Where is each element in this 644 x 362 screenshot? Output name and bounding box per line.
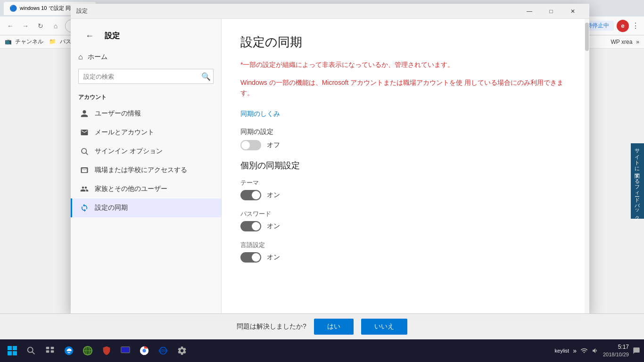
main-scrollbar[interactable] [585, 19, 589, 315]
info-text: Windows の一部の機能は、Microsoft アカウントまたは職場アカウン… [240, 77, 566, 99]
sidebar-item-email[interactable]: メールとアカウント [71, 123, 221, 142]
sidebar-item-family[interactable]: 家族とその他のユーザー [71, 180, 221, 198]
sidebar-back-button[interactable]: ← [80, 26, 99, 45]
network-icon [580, 347, 588, 354]
email-label: メールとアカウント [95, 128, 154, 137]
home-button[interactable]: ⌂ [50, 20, 61, 32]
page-title: 設定の同期 [240, 34, 566, 50]
warning-text: *一部の設定が組織によって非表示になっているか、管理されています。 [240, 60, 566, 70]
sidebar-home-link[interactable]: ⌂ ホーム [71, 49, 221, 65]
sync-toggle-row: オフ [240, 140, 566, 150]
svg-point-22 [158, 349, 168, 352]
forward-button[interactable]: → [20, 20, 31, 32]
search-icon[interactable]: 🔍 [201, 72, 211, 81]
sync-toggle[interactable] [240, 140, 261, 150]
sync-how-link[interactable]: 同期のしくみ [240, 110, 566, 118]
taskbar: keylist » 5:17 2018/10/29 [0, 339, 644, 362]
settings-body: ← 設定 ⌂ ホーム 🔍 アカウント ユーザーの情報 [71, 19, 589, 315]
window-controls: — □ ✕ [519, 4, 584, 19]
taskbar-app-edge[interactable] [60, 342, 77, 359]
taskbar-right-area: keylist » 5:17 2018/10/29 [555, 343, 640, 358]
user-info-icon [80, 109, 89, 118]
sync-toggle-knob [241, 141, 250, 149]
email-icon [80, 128, 89, 137]
taskbar-app-monitor[interactable] [117, 342, 134, 359]
theme-setting: テーマ オン [240, 179, 566, 200]
theme-toggle-label: オン [267, 191, 280, 199]
minimize-button[interactable]: — [519, 4, 540, 19]
language-label: 言語設定 [240, 241, 566, 249]
scrollbar-thumb [585, 23, 589, 51]
notification-icon[interactable] [633, 347, 640, 354]
profile-avatar[interactable]: e [617, 20, 629, 32]
taskbar-clock: 5:17 2018/10/29 [603, 343, 629, 358]
family-icon [80, 184, 89, 194]
language-toggle[interactable] [240, 252, 261, 263]
settings-main-content: 設定の同期 *一部の設定が組織によって非表示になっているか、管理されています。 … [222, 19, 585, 315]
settings-window-title: 設定 [76, 7, 519, 15]
keylist-label: keylist [555, 348, 570, 354]
workplace-label: 職場または学校にアクセスする [95, 166, 187, 174]
sidebar-item-user-info[interactable]: ユーザーの情報 [71, 104, 221, 123]
language-toggle-label: オン [267, 253, 280, 262]
taskbar-app-shield[interactable] [98, 342, 115, 359]
search-taskbar-button[interactable] [23, 342, 40, 359]
yes-button[interactable]: はい [314, 319, 354, 335]
task-view-button[interactable] [41, 342, 58, 359]
theme-toggle[interactable] [240, 190, 261, 200]
sync-label: 設定の同期 [95, 204, 128, 212]
sync-toggle-label: オフ [267, 141, 280, 149]
svg-line-1 [86, 153, 88, 155]
family-label: 家族とその他のユーザー [95, 185, 167, 193]
taskbar-app-gear[interactable] [173, 342, 190, 359]
expand-icon[interactable]: » [636, 39, 639, 45]
bottom-question-bar: 問題は解決しましたか? はい いいえ [0, 313, 644, 339]
svg-rect-11 [51, 350, 54, 353]
no-button[interactable]: いいえ [361, 319, 407, 335]
taskbar-app-chrome[interactable] [136, 342, 153, 359]
sidebar-search-container: 🔍 [78, 69, 214, 84]
taskbar-app-globe[interactable] [79, 342, 96, 359]
expand-icon[interactable]: » [573, 347, 577, 354]
signin-icon [80, 147, 89, 156]
theme-label: テーマ [240, 179, 566, 187]
settings-sidebar: ← 設定 ⌂ ホーム 🔍 アカウント ユーザーの情報 [71, 19, 222, 315]
svg-rect-8 [46, 347, 50, 349]
close-button[interactable]: ✕ [562, 4, 584, 19]
feedback-tab[interactable]: サイトに関するフィードバック [631, 143, 644, 219]
question-text: 問題は解決しましたか? [237, 322, 306, 331]
password-label: パスワード [240, 210, 566, 218]
svg-rect-2 [8, 346, 12, 350]
bookmark-item-channel[interactable]: 📺 チャンネル [5, 38, 43, 46]
browser-menu-button[interactable]: ⋮ [632, 21, 639, 30]
wpxrea-label[interactable]: WP xrea [611, 39, 633, 45]
svg-point-6 [28, 347, 33, 353]
taskbar-app-ie[interactable] [155, 342, 172, 359]
svg-rect-10 [46, 350, 50, 353]
home-label: ホーム [88, 53, 107, 61]
password-setting: パスワード オン [240, 210, 566, 231]
sidebar-item-workplace[interactable]: 職場または学校にアクセスする [71, 161, 221, 180]
svg-line-7 [32, 352, 34, 354]
maximize-button[interactable]: □ [540, 4, 562, 19]
svg-rect-17 [122, 347, 130, 353]
sync-settings-title: 同期の設定 [240, 128, 566, 136]
signin-label: サインイン オプション [95, 147, 163, 156]
password-toggle-row: オン [240, 221, 566, 231]
search-input[interactable] [78, 69, 214, 84]
sidebar-item-sync[interactable]: 設定の同期 [71, 198, 221, 217]
accounts-section-label: アカウント [71, 88, 221, 104]
password-toggle[interactable] [240, 221, 261, 231]
theme-toggle-knob [252, 191, 260, 199]
svg-rect-3 [13, 346, 17, 350]
theme-toggle-row: オン [240, 190, 566, 200]
home-icon: ⌂ [78, 53, 83, 61]
svg-rect-4 [8, 351, 12, 355]
password-toggle-label: オン [267, 222, 280, 230]
sync-icon [80, 203, 89, 213]
start-button[interactable] [4, 342, 21, 359]
back-button[interactable]: ← [5, 20, 16, 32]
sidebar-item-signin[interactable]: サインイン オプション [71, 142, 221, 161]
bookmark-item-pass[interactable]: 📁 パス [49, 38, 71, 46]
refresh-button[interactable]: ↻ [35, 20, 46, 32]
